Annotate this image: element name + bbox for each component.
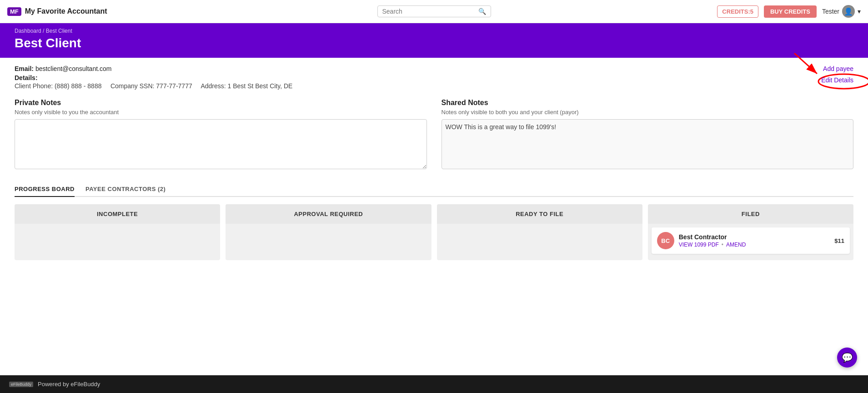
action-links: Add payee Edit Details [821, 65, 853, 84]
shared-notes-panel: Shared Notes Notes only visible to both … [442, 99, 854, 171]
column-ready-header: READY TO FILE [437, 204, 642, 224]
main-content: Email: bestclient@consultant.com Details… [0, 58, 868, 375]
view-1099-link[interactable]: VIEW 1099 PDF [679, 242, 719, 248]
column-ready-body [437, 224, 642, 260]
contractor-card: BC Best Contractor VIEW 1099 PDF • AMEND… [652, 227, 850, 254]
tab-progress-board[interactable]: PROGRESS BOARD [15, 182, 75, 197]
column-filed: FILED BC Best Contractor VIEW 1099 PDF •… [648, 204, 853, 260]
client-info: Email: bestclient@consultant.com Details… [15, 65, 853, 90]
credits-button[interactable]: CREDITS:5 [717, 5, 758, 18]
avatar: 👤 [842, 5, 855, 18]
buy-credits-button[interactable]: BUY CREDITS [764, 5, 817, 18]
email-line: Email: bestclient@consultant.com [15, 65, 853, 72]
column-approval-body [226, 224, 431, 260]
logo-badge: MF [7, 7, 21, 16]
banner: Dashboard / Best Client Best Client [0, 23, 868, 58]
breadcrumb-home[interactable]: Dashboard [15, 28, 41, 34]
email-value: bestclient@consultant.com [35, 65, 112, 72]
search-icon: 🔍 [478, 8, 486, 15]
ssn-label: Company SSN: [110, 82, 154, 90]
contractor-name: Best Contractor [679, 233, 830, 241]
private-notes-input[interactable] [15, 119, 427, 169]
details-label: Details: [15, 74, 38, 81]
search-input[interactable] [382, 8, 478, 15]
edit-details-container: Edit Details [821, 76, 853, 84]
breadcrumb-separator: / [43, 28, 44, 34]
footer: eFileBuddy Powered by eFileBuddy [0, 375, 868, 393]
private-notes-panel: Private Notes Notes only visible to you … [15, 99, 427, 171]
private-notes-subtitle: Notes only visible to you the accountant [15, 109, 427, 116]
shared-notes-display: WOW This is a great way to file 1099's! [442, 119, 854, 169]
column-ready-to-file: READY TO FILE [437, 204, 642, 260]
phone-label: Client Phone: [15, 82, 53, 90]
amend-link[interactable]: AMEND [726, 242, 746, 248]
column-incomplete-body [15, 224, 220, 260]
column-incomplete: INCOMPLETE [15, 204, 220, 260]
private-notes-title: Private Notes [15, 99, 427, 107]
shared-notes-subtitle: Notes only visible to both you and your … [442, 109, 854, 116]
contractor-info: Best Contractor VIEW 1099 PDF • AMEND [679, 233, 830, 248]
shared-notes-title: Shared Notes [442, 99, 854, 107]
breadcrumb-current: Best Client [46, 28, 72, 34]
search-bar[interactable]: 🔍 [377, 5, 491, 17]
notes-section: Private Notes Notes only visible to you … [15, 99, 853, 171]
breadcrumb: Dashboard / Best Client [15, 28, 853, 34]
tab-payee-contractors[interactable]: PAYEE CONTRACTORS (2) [85, 182, 166, 197]
page-title: Best Client [15, 36, 853, 50]
ssn-value: 777-77-7777 [156, 82, 192, 90]
address-value: 1 Best St Best City, DE [228, 82, 293, 90]
column-incomplete-header: INCOMPLETE [15, 204, 220, 224]
logo: MF My Favorite Accountant [7, 7, 107, 16]
email-label: Email: [15, 65, 34, 72]
edit-details-link[interactable]: Edit Details [821, 76, 853, 84]
column-filed-body: BC Best Contractor VIEW 1099 PDF • AMEND… [648, 224, 853, 260]
progress-board: INCOMPLETE APPROVAL REQUIRED READY TO FI… [15, 204, 853, 260]
details-label-line: Details: [15, 74, 853, 81]
tabs: PROGRESS BOARD PAYEE CONTRACTORS (2) [15, 182, 853, 197]
action-separator: • [722, 242, 723, 248]
column-filed-header: FILED [648, 204, 853, 224]
phone-value: (888) 888 - 8888 [55, 82, 102, 90]
contractor-actions: VIEW 1099 PDF • AMEND [679, 242, 830, 248]
details-subline: Client Phone: (888) 888 - 8888 Company S… [15, 82, 853, 90]
user-name: Tester [822, 8, 839, 15]
user-menu[interactable]: Tester 👤 ▾ [822, 5, 861, 18]
column-approval-required: APPROVAL REQUIRED [226, 204, 431, 260]
header: MF My Favorite Accountant 🔍 CREDITS:5 BU… [0, 0, 868, 23]
chevron-down-icon: ▾ [858, 8, 861, 15]
contractor-amount: $11 [834, 237, 844, 244]
address-label: Address: [201, 82, 226, 90]
add-payee-link[interactable]: Add payee [823, 65, 853, 72]
logo-text: My Favorite Accountant [25, 7, 107, 15]
chat-button[interactable]: 💬 [837, 348, 857, 368]
column-approval-header: APPROVAL REQUIRED [226, 204, 431, 224]
footer-logo-badge: eFileBuddy [9, 382, 33, 387]
contractor-avatar: BC [657, 232, 674, 249]
footer-powered-by: Powered by eFileBuddy [38, 381, 100, 388]
header-right: CREDITS:5 BUY CREDITS Tester 👤 ▾ [717, 5, 861, 18]
